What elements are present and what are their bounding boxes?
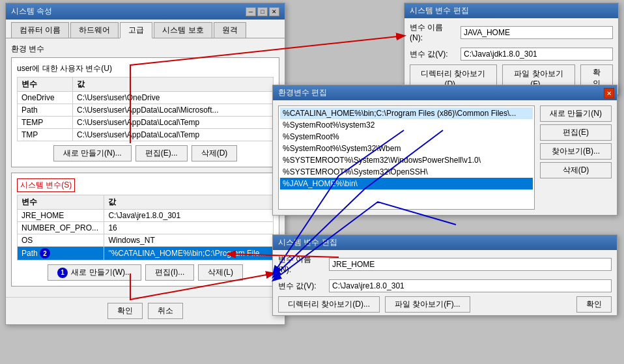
jre-home-ok-btn[interactable]: 확인	[576, 296, 612, 313]
user-val-1: C:\Users\user\AppData\Local\Microsoft...	[73, 104, 274, 117]
badge-1: 1	[57, 268, 68, 278]
user-var-2: TEMP	[18, 117, 73, 129]
env-vars-label: 환경 변수	[11, 44, 279, 55]
sys-val-2: Windows_NT	[104, 234, 274, 247]
minimize-btn[interactable]: ─	[246, 7, 256, 16]
list-item-selected[interactable]: %JAVA_HOME%\bin\	[280, 178, 533, 189]
sys-var-2: OS	[18, 234, 104, 247]
list-item[interactable]: %SYSTEMROOT%\System32\OpenSSH\	[280, 166, 533, 178]
env-list-edit-btn[interactable]: 편집(E)	[540, 124, 612, 141]
tabs-bar: 컴퓨터 이름 하드웨어 고급 시스템 보호 원격	[6, 20, 285, 38]
list-item[interactable]: %SystemRoot%\System32\Wbem	[280, 143, 533, 154]
jre-home-titlebar: 시스템 변수 편집	[273, 235, 617, 250]
close-btn[interactable]: ✕	[269, 7, 279, 16]
table-row[interactable]: JRE_HOME C:\Java\jre1.8.0_301	[18, 210, 274, 222]
sys-props-titlebar: 시스템 속성 ─ □ ✕	[6, 3, 285, 20]
jre-home-edit-window: 시스템 변수 편집 변수 이름(N): 변수 값(V): 디렉터리 찾아보기(D…	[272, 234, 617, 316]
java-home-name-row: 변수 이름(N):	[404, 18, 618, 44]
table-row[interactable]: NUMBER_OF_PRO... 16	[18, 222, 274, 234]
user-vars-label: user에 대한 사용자 변수(U)	[17, 63, 274, 74]
sys-var-btn-row: 1 새로 만들기(W)... 편집(I)... 삭제(L)	[17, 264, 274, 281]
env-list-title: 환경변수 편집	[278, 87, 327, 98]
table-row[interactable]: TMP C:\Users\user\AppData\Local\Temp	[18, 129, 274, 141]
java-home-name-input[interactable]	[461, 26, 613, 39]
tab-remote[interactable]: 원격	[214, 22, 246, 38]
jre-home-dir-btns: 디렉터리 찾아보기(D)... 파일 찾아보기(F)... 확인	[273, 294, 617, 315]
table-row[interactable]: OneDrive C:\Users\user\OneDrive	[18, 92, 274, 104]
jre-home-dir-browse-btn[interactable]: 디렉터리 찾아보기(D)...	[278, 296, 380, 313]
user-delete-btn[interactable]: 삭제(D)	[191, 145, 238, 161]
maximize-btn[interactable]: □	[257, 7, 268, 16]
bottom-buttons: 확인 취소	[6, 297, 285, 324]
sys-vars-label-row: 시스템 변수(S)	[17, 178, 274, 192]
table-row[interactable]: TEMP C:\Users\user\AppData\Local\Temp	[18, 117, 274, 129]
jre-home-file-browse-btn[interactable]: 파일 찾아보기(F)...	[385, 296, 470, 313]
sys-vars-table: 변수 값 JRE_HOME C:\Java\jre1.8.0_301 NUMBE…	[17, 195, 274, 260]
list-item[interactable]: %SystemRoot%\system32	[280, 119, 533, 131]
list-item[interactable]: %CATALINA_HOME%\bin;C:\Program Files (x8…	[280, 107, 533, 119]
sys-val-3: "%CATALINA_HOME%\bin;C:\Program File...	[104, 247, 274, 260]
jre-home-name-input[interactable]	[329, 258, 612, 271]
sys-var-1: NUMBER_OF_PRO...	[18, 222, 104, 234]
user-vars-table: 변수 값 OneDrive C:\Users\user\OneDrive Pat…	[17, 77, 274, 141]
sys-val-1: 16	[104, 222, 274, 234]
tab-advanced[interactable]: 고급	[120, 22, 152, 38]
env-list-close-btn[interactable]: ✕	[604, 88, 614, 98]
jre-home-val-input[interactable]	[329, 279, 612, 292]
tab-system-protection[interactable]: 시스템 보호	[154, 22, 212, 38]
env-list-titlebar: 환경변수 편집 ✕	[273, 85, 617, 100]
env-list-delete-btn[interactable]: 삭제(D)	[540, 162, 612, 178]
sys-edit-btn[interactable]: 편집(I)...	[145, 264, 194, 281]
user-var-col-header: 변수	[18, 77, 73, 92]
env-list-edit-window: 환경변수 편집 ✕ %CATALINA_HOME%\bin;C:\Program…	[272, 85, 617, 216]
user-var-1: Path	[18, 104, 73, 117]
cancel-btn[interactable]: 취소	[148, 303, 183, 319]
user-val-2: C:\Users\user\AppData\Local\Temp	[73, 117, 274, 129]
titlebar-controls: ─ □ ✕	[246, 7, 279, 16]
jre-home-name-label: 변수 이름(N):	[278, 254, 324, 274]
user-val-col-header: 값	[73, 77, 274, 92]
user-new-btn[interactable]: 새로 만들기(N)...	[53, 145, 132, 161]
jre-home-name-row: 변수 이름(N):	[273, 250, 617, 275]
java-home-edit-window: 시스템 변수 편집 변수 이름(N): 변수 값(V): 디렉터리 찾아보기(D…	[404, 3, 619, 95]
sys-props-window: 시스템 속성 ─ □ ✕ 컴퓨터 이름 하드웨어 고급 시스템 보호 원격 환경…	[5, 3, 285, 325]
tab-hardware[interactable]: 하드웨어	[70, 22, 119, 38]
user-var-3: TMP	[18, 129, 73, 141]
sys-var-col-header: 변수	[18, 195, 104, 210]
user-var-btn-row: 새로 만들기(N)... 편집(E)... 삭제(D)	[17, 145, 274, 161]
java-home-edit-titlebar: 시스템 변수 편집	[404, 3, 618, 18]
java-home-val-input[interactable]	[461, 48, 613, 61]
tab-computer-name[interactable]: 컴퓨터 이름	[11, 22, 69, 38]
list-item[interactable]: %SYSTEMROOT%\System32\WindowsPowerShell\…	[280, 154, 533, 166]
env-list-box[interactable]: %CATALINA_HOME%\bin;C:\Program Files (x8…	[278, 105, 535, 210]
path-label: Path	[21, 249, 38, 258]
jre-home-val-label: 변수 값(V):	[278, 281, 324, 292]
user-vars-panel: user에 대한 사용자 변수(U) 변수 값 OneDrive C:\User…	[11, 57, 279, 167]
java-home-val-label: 변수 값(V):	[410, 49, 455, 60]
sys-var-0: JRE_HOME	[18, 210, 104, 222]
user-val-0: C:\Users\user\OneDrive	[73, 92, 274, 104]
sys-delete-btn[interactable]: 삭제(L)	[198, 264, 243, 281]
badge-2: 2	[40, 248, 50, 259]
java-home-name-label: 변수 이름(N):	[410, 22, 455, 42]
sys-new-btn-label: 새로 만들기(W)...	[71, 268, 132, 277]
env-list-browse-btn[interactable]: 찾아보기(B)...	[540, 143, 612, 160]
sys-var-3: Path 2	[18, 247, 104, 260]
list-item[interactable]: %SystemRoot%	[280, 131, 533, 143]
sys-vars-panel: 시스템 변수(S) 변수 값 JRE_HOME C:\Java\jre1.8.0…	[11, 173, 279, 287]
sys-val-0: C:\Java\jre1.8.0_301	[104, 210, 274, 222]
env-list-new-btn[interactable]: 새로 만들기(N)	[540, 105, 612, 122]
sys-vars-label: 시스템 변수(S)	[17, 178, 75, 192]
user-var-0: OneDrive	[18, 92, 73, 104]
env-list-btns: 새로 만들기(N) 편집(E) 찾아보기(B)... 삭제(D)	[540, 105, 612, 210]
env-vars-section: 환경 변수 user에 대한 사용자 변수(U) 변수 값 OneDrive C…	[6, 38, 285, 297]
java-home-edit-title: 시스템 변수 편집	[410, 5, 469, 16]
table-row[interactable]: OS Windows_NT	[18, 234, 274, 247]
ok-btn[interactable]: 확인	[107, 303, 143, 319]
table-row-selected[interactable]: Path 2 "%CATALINA_HOME%\bin;C:\Program F…	[18, 247, 274, 260]
user-edit-btn[interactable]: 편집(E)...	[135, 145, 188, 161]
table-row[interactable]: Path C:\Users\user\AppData\Local\Microso…	[18, 104, 274, 117]
env-list-content: %CATALINA_HOME%\bin;C:\Program Files (x8…	[273, 100, 617, 215]
jre-home-val-row: 변수 값(V):	[273, 275, 617, 294]
sys-new-btn[interactable]: 1 새로 만들기(W)...	[48, 264, 141, 281]
